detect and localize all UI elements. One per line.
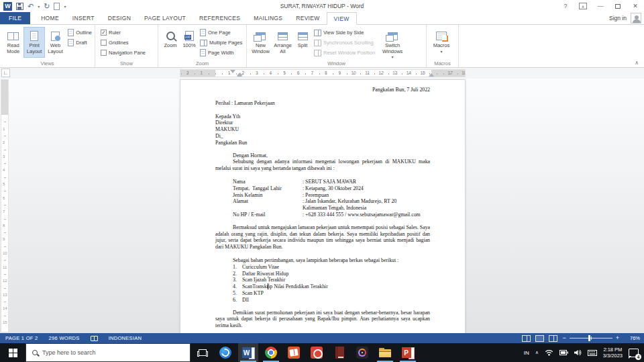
show-hidden-icons-button[interactable]: ∧ xyxy=(535,350,539,355)
web-layout-view-button[interactable] xyxy=(549,335,557,342)
taskbar-app-word[interactable]: W xyxy=(238,343,258,362)
ruler-checkbox[interactable]: ✓Ruler xyxy=(101,29,146,36)
red-app-icon xyxy=(311,347,323,359)
print-layout-view-button[interactable] xyxy=(535,335,544,342)
zoom-slider[interactable]: − + xyxy=(562,335,619,341)
left-indent-marker[interactable] xyxy=(237,75,242,77)
close-button[interactable]: ✕ xyxy=(627,0,644,12)
taskbar-app-camera[interactable] xyxy=(307,343,327,362)
wifi-icon[interactable] xyxy=(545,349,553,356)
taskbar-app-chrome[interactable] xyxy=(261,343,281,362)
customize-qat-icon[interactable]: ▾ xyxy=(64,4,66,9)
list-item: 3.Scan Ijazah Terakhir xyxy=(233,277,430,283)
list-item: 5.Scan KTP xyxy=(233,290,430,297)
touch-keyboard-icon[interactable] xyxy=(588,350,597,356)
zoom-track[interactable] xyxy=(570,338,612,338)
tab-file[interactable]: FILE xyxy=(0,12,30,24)
switch-windows-icon xyxy=(388,32,398,40)
zoom-handle[interactable] xyxy=(588,335,590,341)
tab-page-layout[interactable]: PAGE LAYOUT xyxy=(138,12,193,24)
document-page[interactable]: Pangkalan Bun, 7 Juli 2022 Perihal : Lam… xyxy=(180,79,466,333)
title-bar: W ↶ ▾ ↻ ▾ SURAT, RIWAYAT HIDUP - Word ? … xyxy=(0,0,644,12)
first-line-indent-marker[interactable] xyxy=(230,70,235,73)
taskbar-app-reader[interactable] xyxy=(284,343,304,362)
macros-button[interactable]: Macros ▾ xyxy=(429,27,453,58)
notification-badge: 4 xyxy=(635,354,641,360)
navigation-pane-checkbox[interactable]: Navigation Pane xyxy=(101,49,146,56)
zoom-icon xyxy=(166,32,175,40)
sync-scrolling-icon xyxy=(314,40,321,46)
word-count[interactable]: 296 WORDS xyxy=(44,335,85,341)
save-icon[interactable] xyxy=(16,3,23,10)
task-view-icon xyxy=(199,349,207,356)
tab-insert[interactable]: INSERT xyxy=(66,12,101,24)
list-item: 2.Daftar Riwayat Hidup xyxy=(233,271,430,277)
ribbon-display-options-button[interactable]: ∧ xyxy=(574,0,592,12)
task-view-button[interactable] xyxy=(193,343,213,362)
taskbar: Type here to search W P IN ∧ 2:18 PM 3/3… xyxy=(0,343,644,362)
tab-stop-selector[interactable]: ∟ xyxy=(1,69,10,77)
view-side-by-side-button[interactable]: View Side by Side xyxy=(314,29,375,36)
tab-design[interactable]: DESIGN xyxy=(101,12,138,24)
read-mode-view-button[interactable] xyxy=(522,335,531,342)
taskbar-app-powerpoint[interactable]: P xyxy=(398,343,418,362)
tab-review[interactable]: REVIEW xyxy=(289,12,326,24)
list-item: 6.Dll xyxy=(233,297,430,304)
print-layout-icon xyxy=(30,31,38,41)
action-center-icon[interactable]: 4 xyxy=(629,349,639,357)
proofing-icon[interactable] xyxy=(91,336,98,341)
tab-home[interactable]: HOME xyxy=(34,12,66,24)
restore-button[interactable] xyxy=(609,0,627,12)
gridlines-checkbox[interactable]: Gridlines xyxy=(101,39,146,46)
outline-button[interactable]: Outline xyxy=(68,29,92,36)
ribbon-group-zoom: Zoom 100% One Page Multiple Pages Page W… xyxy=(158,25,247,67)
search-input[interactable]: Type here to search xyxy=(25,343,191,362)
one-page-button[interactable]: One Page xyxy=(200,29,242,36)
sign-in-link[interactable]: Sign in xyxy=(609,15,627,21)
undo-dropdown-icon[interactable]: ▾ xyxy=(38,4,40,9)
language-indicator[interactable]: INDONESIAN xyxy=(103,335,148,341)
language-tray-indicator[interactable]: IN xyxy=(524,350,529,356)
tab-view[interactable]: VIEW xyxy=(327,12,357,25)
taskbar-app-media[interactable] xyxy=(352,343,372,362)
status-bar: PAGE 1 OF 2 296 WORDS INDONESIAN − + 76% xyxy=(0,333,644,343)
taskbar-app-ebook[interactable] xyxy=(329,343,350,362)
tab-mailings[interactable]: MAILINGS xyxy=(247,12,289,24)
vertical-ruler[interactable]: 123456789101112131415 xyxy=(1,79,9,332)
tab-references[interactable]: REFERENCES xyxy=(193,12,247,24)
split-button[interactable]: Split xyxy=(294,27,311,58)
battery-icon[interactable] xyxy=(559,350,568,355)
redo-icon[interactable]: ↻ xyxy=(44,3,50,10)
zoom-in-button[interactable]: + xyxy=(616,335,619,341)
multiple-pages-button[interactable]: Multiple Pages xyxy=(200,39,242,46)
read-mode-button[interactable]: Read Mode xyxy=(3,27,23,58)
arrange-all-button[interactable]: Arrange All xyxy=(272,27,294,58)
list-item-with-cursor: 4.ScanTranskrip Nilai Pendidikan Terakhi… xyxy=(233,283,430,290)
zoom-100-button[interactable]: 100% xyxy=(180,27,199,58)
undo-icon[interactable]: ↶ xyxy=(28,3,34,10)
collapse-ribbon-button[interactable]: ∧ xyxy=(635,60,639,66)
horizontal-ruler[interactable]: 211234567891011121314151718 xyxy=(180,69,466,77)
minimize-button[interactable]: — xyxy=(592,0,609,12)
zoom-out-button[interactable]: − xyxy=(562,335,566,341)
outline-icon xyxy=(68,29,74,36)
zoom-percentage[interactable]: 76% xyxy=(624,335,640,341)
page-width-button[interactable]: Page Width xyxy=(200,49,242,56)
draft-button[interactable]: Draft xyxy=(68,39,92,46)
taskbar-app-explorer[interactable] xyxy=(375,343,395,362)
web-layout-button[interactable]: Web Layout xyxy=(45,27,66,58)
print-layout-button[interactable]: Print Layout xyxy=(23,27,44,58)
zoom-button[interactable]: Zoom xyxy=(161,27,180,58)
clock[interactable]: 2:18 PM 3/3/2023 xyxy=(603,347,623,359)
switch-windows-button[interactable]: Switch Windows ▾ xyxy=(379,27,406,61)
start-button[interactable] xyxy=(0,343,25,362)
page-indicator[interactable]: PAGE 1 OF 2 xyxy=(0,335,44,341)
help-button[interactable]: ? xyxy=(557,0,574,12)
gridlines-check-icon xyxy=(101,40,107,46)
taskbar-app-shareit[interactable] xyxy=(215,343,235,362)
new-window-button[interactable]: New Window xyxy=(250,27,272,58)
detail-row: No HP / E-mail: +628 333 444 555 / www.s… xyxy=(233,212,430,218)
speaker-icon[interactable] xyxy=(574,349,582,356)
avatar[interactable] xyxy=(631,13,641,24)
new-document-icon[interactable] xyxy=(54,3,60,10)
